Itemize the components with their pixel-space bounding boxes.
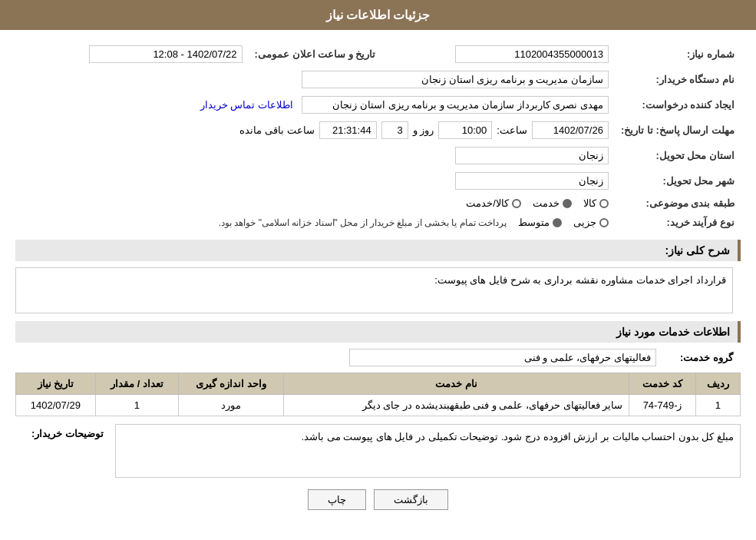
response-date-input: 1402/07/26 — [532, 121, 609, 139]
col-qty: تعداد / مقدار — [95, 373, 178, 395]
main-content: شماره نیاز: 1102004355000013 تاریخ و ساع… — [0, 30, 756, 533]
service-info-title: اطلاعات خدمات مورد نیاز — [15, 321, 741, 343]
buyer-notes-content: مبلغ کل بدون احتساب مالیات بر ارزش افزود… — [115, 424, 741, 478]
subject-khedmat-label: خدمت — [533, 197, 560, 209]
table-cell-3: مورد — [179, 395, 284, 416]
buyer-notes-value: مبلغ کل بدون احتساب مالیات بر ارزش افزود… — [301, 431, 734, 442]
info-table: شماره نیاز: 1102004355000013 تاریخ و ساع… — [15, 41, 741, 232]
remaining-time-input: 21:31:44 — [319, 121, 377, 139]
requester-label: ایجاد کننده درخواست: — [615, 92, 741, 118]
process-jozii-radio — [599, 218, 609, 227]
requester-value: مهدی نصری کاربرداز سازمان مدیریت و برنام… — [15, 92, 615, 118]
response-day-input: 3 — [381, 121, 408, 139]
purchase-note: پرداخت تمام یا بخشی از مبلغ خریدار از مح… — [219, 217, 507, 228]
province-label: استان محل تحویل: — [615, 143, 741, 168]
col-name: نام خدمت — [283, 373, 629, 395]
city-value: زنجان — [15, 168, 615, 194]
page-wrapper: جزئیات اطلاعات نیاز شماره نیاز: 11020043… — [0, 0, 756, 540]
subject-kala-label: کالا — [583, 197, 596, 209]
table-cell-2: سایر فعالیتهای حرفهای، علمی و فنی طبقهبن… — [283, 395, 629, 416]
col-row: ردیف — [695, 373, 740, 395]
subject-label: طبقه بندی موضوعی: — [615, 194, 741, 213]
subject-kala-khedmat[interactable]: کالا/خدمت — [466, 197, 521, 209]
subject-khedmat-radio — [563, 199, 572, 208]
response-day-label: روز و — [413, 124, 434, 136]
process-motavasset-radio — [553, 218, 562, 227]
remaining-time-label: ساعت باقی مانده — [239, 124, 314, 136]
need-number-label: شماره نیاز: — [615, 41, 741, 67]
col-date: تاریخ نیاز — [16, 373, 96, 395]
announcement-date-label: تاریخ و ساعت اعلان عمومی: — [249, 41, 382, 67]
buyer-notes-section: مبلغ کل بدون احتساب مالیات بر ارزش افزود… — [15, 424, 741, 478]
process-jozii-label: جزیی — [573, 217, 596, 228]
service-group-row: گروه خدمت: فعالیتهای حرفهای، علمی و فنی — [15, 349, 741, 366]
buyer-org-input: سازمان مدیریت و برنامه ریزی استان زنجان — [302, 71, 609, 88]
response-deadline-row: 1402/07/26 ساعت: 10:00 روز و 3 21:31:44 … — [15, 118, 615, 143]
announcement-date-input: 1402/07/22 - 12:08 — [89, 45, 243, 63]
requester-input: مهدی نصری کاربرداز سازمان مدیریت و برنام… — [302, 96, 609, 114]
process-jozii[interactable]: جزیی — [573, 217, 609, 228]
col-unit: واحد اندازه گیری — [179, 373, 284, 395]
response-deadline-label: مهلت ارسال پاسخ: تا تاریخ: — [615, 118, 741, 143]
need-description-value: قرارداد اجرای خدمات مشاوره نقشه برداری ب… — [434, 274, 726, 286]
purchase-type-row: جزیی متوسط پرداخت تمام یا بخشی از مبلغ خ… — [15, 213, 615, 232]
print-button[interactable]: چاپ — [308, 489, 366, 510]
service-group-label: گروه خدمت: — [656, 352, 733, 363]
province-input: زنجان — [455, 147, 609, 164]
table-cell-1: ز-749-74 — [629, 395, 696, 416]
city-label: شهر محل تحویل: — [615, 168, 741, 194]
need-number-input: 1102004355000013 — [455, 45, 609, 63]
subject-kala-radio — [599, 199, 609, 208]
response-time-label: ساعت: — [497, 124, 527, 136]
subject-kala-khedmat-radio — [512, 199, 521, 208]
buyer-notes-box: مبلغ کل بدون احتساب مالیات بر ارزش افزود… — [115, 424, 741, 478]
need-number-value: 1102004355000013 — [381, 41, 615, 67]
table-cell-4: 1 — [95, 395, 178, 416]
buyer-org-value: سازمان مدیریت و برنامه ریزی استان زنجان — [15, 67, 615, 92]
need-description-box: قرارداد اجرای خدمات مشاوره نقشه برداری ب… — [15, 267, 733, 313]
page-header: جزئیات اطلاعات نیاز — [0, 0, 756, 30]
service-group-value: فعالیتهای حرفهای، علمی و فنی — [349, 349, 656, 366]
table-cell-5: 1402/07/29 — [16, 395, 96, 416]
purchase-type-label: نوع فرآیند خرید: — [615, 213, 741, 232]
province-value: زنجان — [15, 143, 615, 168]
col-code: کد خدمت — [629, 373, 696, 395]
buyer-notes-label: توضیحات خریدار: — [15, 424, 107, 478]
services-table: ردیف کد خدمت نام خدمت واحد اندازه گیری ت… — [15, 373, 741, 416]
need-description-label: شرح کلی نیاز: — [665, 244, 730, 257]
page-title: جزئیات اطلاعات نیاز — [326, 8, 431, 22]
subject-options: کالا خدمت کالا/خدمت — [15, 194, 615, 213]
process-motavasset[interactable]: متوسط — [518, 217, 562, 228]
buyer-org-label: نام دستگاه خریدار: — [615, 67, 741, 92]
announcement-date-value: 1402/07/22 - 12:08 — [15, 41, 249, 67]
need-description-title: شرح کلی نیاز: — [15, 240, 741, 261]
back-button[interactable]: بازگشت — [374, 489, 448, 510]
process-motavasset-label: متوسط — [518, 217, 550, 228]
subject-kala[interactable]: کالا — [583, 197, 609, 209]
table-cell-0: 1 — [695, 395, 740, 416]
contact-link[interactable]: اطلاعات تماس خریدار — [200, 99, 293, 111]
city-input: زنجان — [455, 172, 609, 190]
table-row: 1ز-749-74سایر فعالیتهای حرفهای، علمی و ف… — [16, 395, 741, 416]
action-buttons: بازگشت چاپ — [15, 489, 741, 510]
subject-khedmat[interactable]: خدمت — [533, 197, 572, 209]
response-time-input: 10:00 — [438, 121, 492, 139]
subject-kala-khedmat-label: کالا/خدمت — [466, 197, 509, 209]
